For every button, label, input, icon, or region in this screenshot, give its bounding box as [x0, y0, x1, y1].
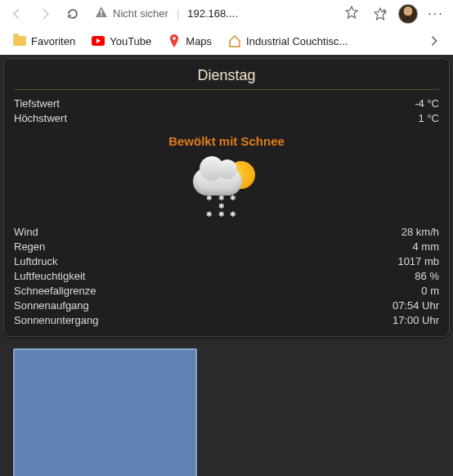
- bookmark-label: YouTube: [110, 35, 151, 47]
- condition-text: Bewölkt mit Schnee: [14, 126, 439, 151]
- svg-rect-1: [101, 15, 102, 16]
- detail-value: 07:54 Uhr: [392, 299, 439, 313]
- favorite-star-icon[interactable]: [345, 6, 358, 21]
- bookmark-maps[interactable]: Maps: [161, 31, 218, 51]
- detail-value: 17:00 Uhr: [392, 313, 439, 328]
- detail-label: Regen: [14, 240, 45, 254]
- avatar: [398, 4, 418, 24]
- bookmarks-overflow-button[interactable]: [422, 29, 446, 53]
- bookmark-favoriten[interactable]: Favoriten: [7, 31, 82, 51]
- detail-row: Sonnenuntergang17:00 Uhr: [14, 313, 439, 328]
- folder-icon: [13, 34, 26, 47]
- bookmark-label: Maps: [186, 35, 212, 47]
- detail-label: Sonnenaufgang: [14, 299, 89, 313]
- detail-row: Wind28 km/h: [14, 225, 439, 240]
- temp-value: -4 °C: [415, 97, 439, 111]
- address-bar[interactable]: Nicht sicher | 192.168....: [88, 2, 365, 25]
- svg-rect-0: [101, 10, 102, 14]
- detail-label: Schneefallgrenze: [14, 284, 96, 299]
- detail-label: Luftdruck: [14, 254, 57, 269]
- bookmark-label: Industrial Couchtisc...: [246, 35, 348, 47]
- temp-label: Tiefstwert: [14, 97, 60, 111]
- address-text: 192.168....: [187, 7, 340, 20]
- temp-label: Höchstwert: [14, 111, 67, 126]
- refresh-button[interactable]: [61, 2, 85, 26]
- detail-value: 86 %: [415, 269, 439, 284]
- detail-label: Sonnenuntergang: [14, 313, 98, 328]
- maps-pin-icon: [168, 34, 181, 47]
- weather-icon-wrap: ✱ ✱ ✱ ✱✱ ✱ ✱: [14, 151, 439, 225]
- detail-label: Luftfeuchtigkeit: [14, 269, 85, 284]
- bookmarks-bar: Favoriten YouTube Maps Industrial Coucht…: [0, 27, 453, 55]
- temp-value: 1 °C: [419, 111, 439, 126]
- insecure-icon: [95, 6, 108, 21]
- card-title: Dienstag: [14, 65, 439, 89]
- collections-button[interactable]: [368, 2, 392, 26]
- detail-value: 0 m: [421, 284, 439, 299]
- youtube-icon: [92, 34, 105, 47]
- detail-value: 1017 mb: [397, 254, 439, 269]
- temp-row: Tiefstwert-4 °C: [14, 97, 439, 111]
- detail-value: 4 mm: [413, 240, 440, 254]
- profile-button[interactable]: [396, 2, 420, 26]
- detail-value: 28 km/h: [401, 225, 439, 240]
- cloud-snow-sun-icon: ✱ ✱ ✱ ✱✱ ✱ ✱: [190, 156, 263, 213]
- more-menu-button[interactable]: ···: [424, 2, 448, 26]
- detail-row: Schneefallgrenze0 m: [14, 284, 439, 299]
- temp-row: Höchstwert1 °C: [14, 111, 439, 126]
- detail-row: Regen4 mm: [14, 240, 439, 254]
- back-button[interactable]: [5, 2, 29, 26]
- svg-point-4: [173, 37, 176, 40]
- weather-card: Dienstag Tiefstwert-4 °CHöchstwert1 °C B…: [3, 58, 450, 337]
- detail-label: Wind: [14, 225, 38, 240]
- separator: |: [173, 7, 182, 20]
- detail-row: Luftdruck1017 mb: [14, 254, 439, 269]
- house-icon: [228, 34, 241, 47]
- detail-row: Sonnenaufgang07:54 Uhr: [14, 299, 439, 313]
- divider: [14, 89, 439, 90]
- bookmark-industrial[interactable]: Industrial Couchtisc...: [222, 31, 354, 51]
- placeholder-tile[interactable]: [13, 348, 197, 476]
- browser-toolbar: Nicht sicher | 192.168.... ···: [0, 0, 453, 27]
- insecure-label: Nicht sicher: [113, 7, 168, 20]
- detail-row: Luftfeuchtigkeit86 %: [14, 269, 439, 284]
- page-viewport: Dienstag Tiefstwert-4 °CHöchstwert1 °C B…: [0, 55, 453, 476]
- forward-button[interactable]: [33, 2, 57, 26]
- bookmark-label: Favoriten: [31, 35, 75, 47]
- bookmark-youtube[interactable]: YouTube: [85, 31, 158, 51]
